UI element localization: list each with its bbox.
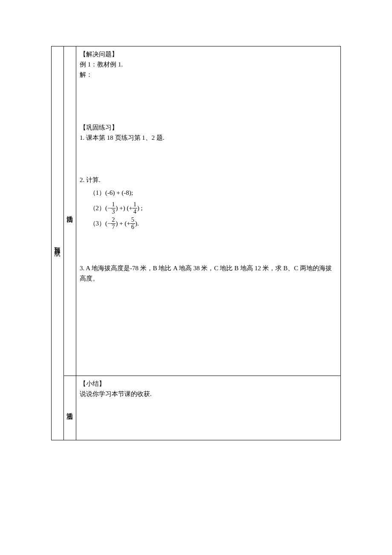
practice-item-1: 1. 课本第 18 页练习第 1、2 题.: [80, 133, 337, 143]
activity5-content: 【小结】 说说你学习本节课的收获.: [76, 376, 341, 440]
calc-item-1-prefix: （1）: [89, 189, 106, 196]
activity4-content: 【解决问题】 例 1：教材例 1. 解： 【巩固练习】 1. 课本第 18 页练…: [76, 46, 341, 376]
fraction-icon: 27: [111, 217, 115, 230]
calc-item-3-lead: (−: [105, 220, 111, 227]
sidebar-main: 预习导航: [52, 46, 64, 440]
activity5-label: 活动五: [65, 408, 75, 410]
sidebar-main-label: 预习导航: [52, 242, 63, 246]
calc-item-3-tail: ).: [135, 220, 139, 227]
activity5-label-cell: 活动五: [64, 376, 76, 440]
summary-heading: 【小结】: [80, 379, 337, 389]
example1-line: 例 1：教材例 1.: [80, 59, 337, 69]
summary-body: 说说你学习本节课的收获.: [80, 389, 337, 399]
consolidation-heading: 【巩固练习】: [80, 122, 337, 133]
lesson-table: 预习导航 活动四 【解决问题】 例 1：教材例 1. 解： 【巩固练习】 1. …: [51, 46, 341, 440]
calc-item-2-lead: (−: [105, 205, 111, 211]
activity4-label: 活动四: [65, 211, 75, 213]
calc-item-2-mid: ) +) (+: [115, 205, 132, 211]
calc-item-1: （1）(-6) + (-8);: [80, 185, 337, 200]
calc-item-1-body: (-6) + (-8);: [105, 189, 133, 196]
fraction-icon: 56: [130, 217, 135, 230]
activity4-label-cell: 活动四: [64, 46, 76, 376]
calc-item-2: （2）(−13) +) (+14) ;: [80, 200, 337, 216]
calc-item-2-prefix: （2）: [89, 205, 106, 211]
practice-item-3: 3. A 地海拔高度是-78 米，B 地比 A 地高 38 米，C 地比 B 地…: [80, 263, 337, 283]
fraction-icon: 14: [133, 202, 137, 215]
fraction-icon: 13: [111, 202, 115, 215]
calc-item-2-tail: ) ;: [137, 205, 143, 211]
calc-item-3: （3）(−27) + (+56).: [80, 216, 337, 231]
calc-item-3-mid: ) + (+: [115, 220, 130, 227]
calc-heading: 2. 计算.: [80, 175, 337, 185]
calc-item-3-prefix: （3）: [89, 220, 106, 227]
solution-label: 解：: [80, 69, 337, 80]
solve-problem-heading: 【解决问题】: [80, 49, 337, 59]
